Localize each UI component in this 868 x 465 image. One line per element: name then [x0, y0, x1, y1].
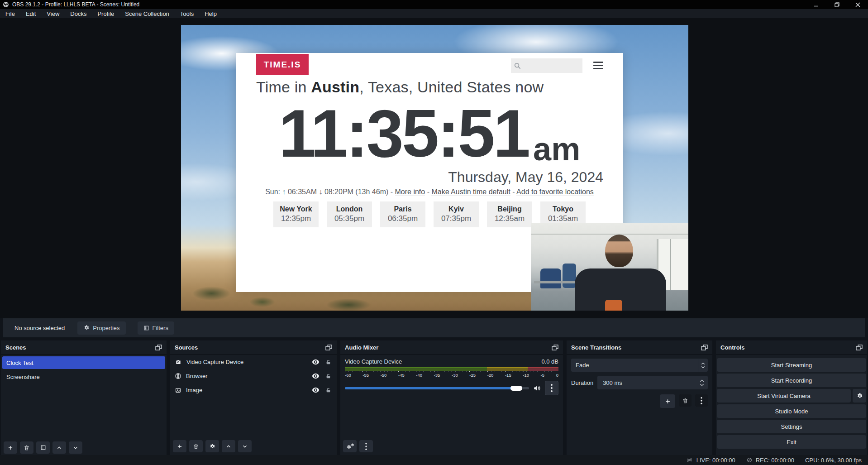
studio-mode-button[interactable]: Studio Mode [717, 404, 866, 418]
visibility-eye-icon[interactable] [312, 387, 320, 393]
select-arrows-icon [698, 359, 708, 372]
cpu-fps-stats: CPU: 0.6%, 30.00 fps [805, 457, 862, 464]
workspace: TIME.IS Time in Austin, Texas, United St… [0, 18, 868, 318]
visibility-eye-icon[interactable] [312, 373, 320, 379]
restore-button[interactable] [826, 0, 847, 9]
hamburger-menu-icon [593, 62, 603, 69]
properties-button[interactable]: Properties [77, 321, 125, 335]
move-scene-up-button[interactable] [52, 441, 66, 454]
city-box-london: London05:35pm [327, 201, 372, 227]
lock-icon[interactable] [325, 387, 331, 393]
menu-view[interactable]: View [41, 9, 65, 18]
timeis-logo: TIME.IS [256, 54, 309, 75]
office-chair [563, 264, 576, 288]
start-virtual-camera-button[interactable]: Start Virtual Camera [717, 389, 851, 403]
clock-ampm: am [533, 133, 580, 165]
menu-scene-collection[interactable]: Scene Collection [119, 9, 175, 18]
scene-item-clock-test[interactable]: Clock Test [2, 356, 165, 369]
add-transition-button[interactable] [660, 394, 675, 408]
duration-label: Duration [571, 379, 593, 386]
controls-title: Controls [720, 344, 744, 351]
video-preview-canvas[interactable]: TIME.IS Time in Austin, Texas, United St… [181, 25, 688, 311]
add-scene-button[interactable] [4, 441, 17, 454]
scenes-title: Scenes [5, 344, 26, 351]
start-streaming-button[interactable]: Start Streaming [717, 358, 866, 372]
gear-icon [209, 443, 215, 450]
settings-button[interactable]: Settings [717, 420, 866, 433]
sources-dock: Sources Video Capture Device Browser Ima… [170, 340, 337, 455]
spin-up-icon[interactable] [700, 379, 704, 382]
source-item-image[interactable]: Image [170, 383, 337, 397]
mixer-menu-button[interactable] [359, 440, 373, 452]
mixer-options-button[interactable] [545, 381, 558, 395]
source-item-video-capture[interactable]: Video Capture Device [170, 355, 337, 369]
sun-info-line: Sun: ↑ 06:35AM ↓ 08:20PM (13h 46m) - Mor… [236, 188, 623, 196]
start-recording-button[interactable]: Start Recording [717, 374, 866, 387]
volume-meter: -60-55-50-45-40-35-30-25-20-15-10-50 [345, 367, 558, 378]
volume-slider[interactable] [345, 387, 529, 389]
city-box-kyiv: Kyiv07:35pm [434, 201, 479, 227]
live-signal-icon [686, 457, 693, 463]
menu-tools[interactable]: Tools [175, 9, 199, 18]
source-item-browser[interactable]: Browser [170, 369, 337, 383]
advanced-audio-button[interactable] [343, 440, 357, 452]
remove-scene-button[interactable] [20, 441, 33, 454]
popout-icon[interactable] [325, 345, 332, 350]
move-source-down-button[interactable] [238, 440, 252, 452]
scenes-dock: Scenes Clock Test Screenshare [1, 340, 167, 455]
page-title: Time in Austin, Texas, United States now [256, 78, 544, 96]
date-text: Thursday, May 16, 2024 [448, 169, 603, 186]
visibility-eye-icon[interactable] [312, 359, 320, 365]
move-scene-down-button[interactable] [69, 441, 82, 454]
no-source-selected-label: No source selected [14, 325, 65, 331]
audio-mixer-title: Audio Mixer [345, 344, 378, 351]
city-box-paris: Paris06:35pm [380, 201, 425, 227]
menu-docks[interactable]: Docks [65, 9, 92, 18]
add-source-button[interactable] [173, 440, 186, 452]
popout-icon[interactable] [701, 345, 708, 350]
popout-icon[interactable] [552, 345, 558, 350]
transitions-title: Scene Transitions [571, 344, 621, 351]
title-bar: OBS 29.1.2 - Profile: LLHLS BETA - Scene… [0, 0, 868, 9]
remove-source-button[interactable] [189, 440, 203, 452]
lock-icon[interactable] [325, 359, 331, 365]
transition-select[interactable]: Fade [571, 359, 708, 372]
obs-logo-icon [3, 1, 9, 8]
menu-file[interactable]: File [0, 9, 20, 18]
webcam-overlay [531, 223, 688, 311]
move-source-up-button[interactable] [222, 440, 235, 452]
scene-item-screenshare[interactable]: Screenshare [2, 370, 165, 383]
city-box-beijing: Beijing12:35am [487, 201, 532, 227]
close-button[interactable] [847, 0, 868, 9]
status-bar: LIVE: 00:00:00 REC: 00:00:00 CPU: 0.6%, … [0, 455, 868, 465]
window-title: OBS 29.1.2 - Profile: LLHLS BETA - Scene… [12, 1, 139, 8]
scene-filters-button[interactable] [36, 441, 50, 454]
image-icon [175, 387, 181, 393]
menu-edit[interactable]: Edit [20, 9, 41, 18]
virtual-camera-settings-button[interactable] [853, 389, 866, 403]
popout-icon[interactable] [155, 345, 162, 350]
make-default-link: Make Austin time default [431, 188, 510, 196]
scene-transitions-dock: Scene Transitions Fade Duration 300 ms [567, 340, 712, 455]
popout-icon[interactable] [856, 345, 863, 350]
minimize-button[interactable] [806, 0, 826, 9]
live-time: LIVE: 00:00:00 [696, 457, 735, 464]
menu-bar: File Edit View Docks Profile Scene Colle… [0, 9, 868, 18]
search-input [511, 58, 582, 73]
menu-profile[interactable]: Profile [92, 9, 119, 18]
duration-spinbox[interactable]: 300 ms [597, 376, 708, 389]
remove-transition-button[interactable] [679, 394, 692, 407]
exit-button[interactable]: Exit [717, 435, 866, 449]
volume-slider-handle[interactable] [510, 386, 522, 391]
source-properties-button[interactable] [205, 440, 219, 452]
transition-menu-button[interactable] [695, 394, 708, 407]
speaker-icon[interactable] [533, 384, 541, 392]
filters-button[interactable]: Filters [138, 321, 174, 335]
spin-down-icon[interactable] [700, 384, 704, 386]
meter-scale: -60-55-50-45-40-35-30-25-20-15-10-50 [345, 373, 558, 378]
menu-help[interactable]: Help [199, 9, 222, 18]
city-box-newyork: New York12:35pm [273, 201, 319, 227]
gear-icon [83, 325, 90, 331]
lock-icon[interactable] [325, 373, 331, 379]
clock-time: 11:35:51 [279, 100, 529, 167]
